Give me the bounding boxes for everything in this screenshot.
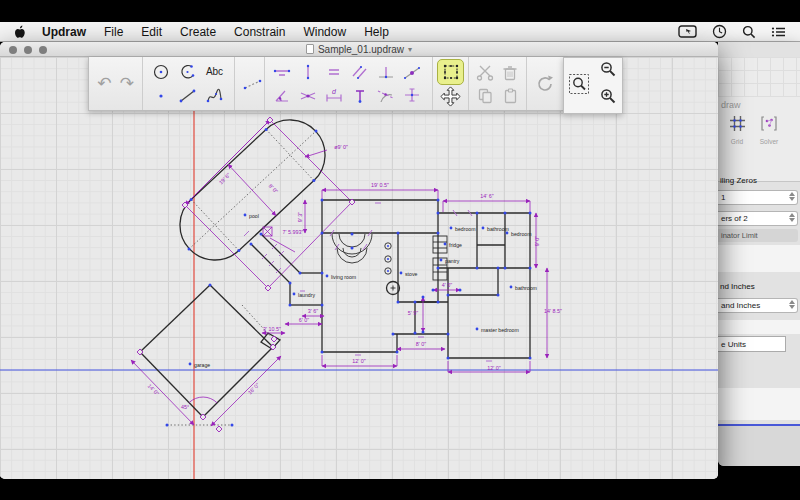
parallel-constraint-button[interactable] bbox=[347, 61, 373, 84]
room-point[interactable] bbox=[510, 286, 513, 289]
vertex-point[interactable] bbox=[529, 212, 532, 215]
line-tool-button[interactable] bbox=[174, 84, 201, 108]
stepper-icon[interactable] bbox=[789, 192, 795, 201]
paste-button[interactable] bbox=[498, 84, 523, 107]
dimension-label[interactable]: 9' 0" bbox=[534, 236, 540, 247]
room-point[interactable] bbox=[326, 275, 329, 278]
tangent-constraint-button[interactable] bbox=[373, 84, 399, 107]
vertex-point[interactable] bbox=[260, 233, 263, 236]
search-icon[interactable] bbox=[742, 25, 756, 39]
vertex-point[interactable] bbox=[299, 272, 302, 275]
vertical-constraint-button[interactable] bbox=[295, 61, 321, 84]
dimension-label[interactable]: 8' 0" bbox=[416, 341, 427, 347]
vertex-point[interactable] bbox=[237, 249, 240, 252]
vertex-point[interactable] bbox=[209, 284, 212, 287]
menu-help[interactable]: Help bbox=[355, 22, 398, 42]
menu-window[interactable]: Window bbox=[294, 22, 355, 42]
clock-icon[interactable] bbox=[712, 24, 727, 39]
apple-menu-icon[interactable] bbox=[12, 24, 25, 39]
vertex-point[interactable] bbox=[504, 267, 507, 270]
room-label-laundry[interactable]: laundry bbox=[298, 292, 315, 298]
fixtures[interactable] bbox=[261, 234, 447, 349]
zoom-in-button[interactable] bbox=[598, 87, 618, 111]
undo-button[interactable]: ↶ bbox=[93, 72, 116, 96]
vertex-point[interactable] bbox=[190, 198, 193, 201]
point-tool-button[interactable] bbox=[147, 84, 174, 108]
vertex-point[interactable] bbox=[396, 351, 399, 354]
corner-handle[interactable] bbox=[216, 426, 222, 432]
vertex-point[interactable] bbox=[476, 212, 479, 215]
vertex-point[interactable] bbox=[529, 357, 532, 360]
room-point[interactable] bbox=[440, 259, 443, 262]
house-walls[interactable] bbox=[140, 200, 530, 417]
titlebar[interactable]: Sample_01.updraw ▾ bbox=[0, 42, 718, 57]
vertex-point[interactable] bbox=[476, 267, 479, 270]
redo-button[interactable]: ↷ bbox=[116, 72, 139, 96]
dimension-label[interactable]: 12' 0" bbox=[487, 365, 501, 371]
menu-create[interactable]: Create bbox=[171, 22, 225, 42]
vertex-point[interactable] bbox=[437, 232, 440, 235]
menu-edit[interactable]: Edit bbox=[132, 22, 171, 42]
room-label-bathroom[interactable]: bathroom bbox=[487, 226, 509, 232]
dimension-label[interactable]: 14' 6" bbox=[480, 193, 494, 199]
room-point[interactable] bbox=[293, 293, 296, 296]
vertex-point[interactable] bbox=[289, 282, 292, 285]
notification-list-icon[interactable] bbox=[771, 26, 786, 38]
vertex-point[interactable] bbox=[414, 332, 417, 335]
distance-constraint-button[interactable]: d bbox=[321, 84, 347, 107]
corner-handle[interactable] bbox=[271, 336, 277, 342]
room-label-pool[interactable]: pool bbox=[249, 213, 259, 219]
coincident-constraint-button[interactable] bbox=[295, 84, 321, 107]
vertex-point[interactable] bbox=[312, 179, 315, 182]
minimize-button[interactable] bbox=[24, 46, 32, 54]
vertex-point[interactable] bbox=[437, 199, 440, 202]
vertex-point[interactable] bbox=[437, 212, 440, 215]
vertex-point[interactable] bbox=[231, 424, 234, 427]
menu-updraw[interactable]: Updraw bbox=[33, 22, 95, 42]
solver-toggle-button[interactable]: Solver bbox=[755, 115, 783, 145]
delete-button[interactable] bbox=[498, 61, 523, 84]
room-point[interactable] bbox=[244, 214, 247, 217]
vertex-point[interactable] bbox=[321, 304, 324, 307]
powers-select[interactable]: ers of 2 bbox=[718, 211, 798, 226]
dimension-label[interactable]: 16' 0" bbox=[247, 382, 261, 396]
close-button[interactable] bbox=[9, 46, 17, 54]
vertex-point[interactable] bbox=[289, 304, 292, 307]
display-icon[interactable] bbox=[678, 25, 697, 38]
room-label-bedroom[interactable]: bedroom bbox=[511, 231, 531, 237]
dimension-label[interactable]: 9' 3" bbox=[297, 212, 303, 223]
vertex-point[interactable] bbox=[497, 294, 500, 297]
room-label-living-room[interactable]: living room bbox=[331, 274, 356, 280]
pool-dimension-frame[interactable] bbox=[185, 120, 352, 288]
menu-file[interactable]: File bbox=[95, 22, 132, 42]
vertex-point[interactable] bbox=[321, 199, 324, 202]
dimension-label[interactable]: 14' 8.5" bbox=[544, 308, 562, 314]
vertex-point[interactable] bbox=[422, 331, 425, 334]
chevron-down-icon[interactable]: ▾ bbox=[408, 45, 412, 54]
dimension-label[interactable]: ø9' 0" bbox=[334, 144, 348, 150]
room-point[interactable] bbox=[482, 227, 485, 230]
room-point[interactable] bbox=[506, 232, 509, 235]
feet-inches-select[interactable]: and Inches bbox=[718, 298, 798, 313]
vertex-point[interactable] bbox=[437, 267, 440, 270]
vertex-point[interactable] bbox=[529, 267, 532, 270]
drawing-canvas[interactable]: poolliving roomlaundrystovefridgepantryb… bbox=[0, 57, 718, 479]
room-point[interactable] bbox=[476, 328, 479, 331]
dimension-label[interactable]: 14' 0" bbox=[147, 383, 161, 397]
dimension-label[interactable]: 5' 9" bbox=[408, 310, 419, 316]
menu-constrain[interactable]: Constrain bbox=[225, 22, 294, 42]
copy-button[interactable] bbox=[473, 84, 498, 107]
reset-rotation-button[interactable] bbox=[531, 72, 558, 96]
stepper-icon[interactable] bbox=[789, 300, 795, 309]
dimension-label[interactable]: 7' 5.993" bbox=[283, 229, 304, 235]
vertex-point[interactable] bbox=[447, 333, 450, 336]
page-units-input[interactable]: e Units bbox=[718, 336, 786, 352]
pin-constraint-button[interactable] bbox=[347, 84, 373, 107]
select-tool-button[interactable] bbox=[437, 59, 464, 85]
room-point[interactable] bbox=[400, 272, 403, 275]
room-point[interactable] bbox=[450, 227, 453, 230]
grid-toggle-button[interactable]: Grid bbox=[723, 115, 751, 145]
dimension-label[interactable]: 12' 0" bbox=[352, 358, 366, 364]
dimension-label[interactable]: 4' 0" bbox=[442, 282, 453, 288]
vertex-point[interactable] bbox=[250, 243, 253, 246]
